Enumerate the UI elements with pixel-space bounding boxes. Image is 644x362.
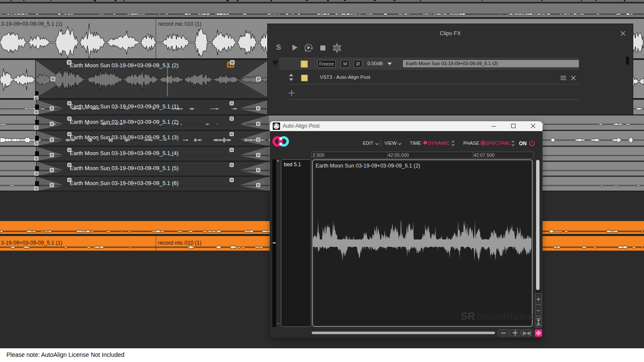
svg-text:Earth Moon Sun 03-19-09+03-09-: Earth Moon Sun 03-19-09+03-09-09_5.1 (3) — [70, 134, 179, 141]
svg-text:Earth Moon Sun 03-19-09+03-09-: Earth Moon Sun 03-19-09+03-09-09_5.1 (1) — [70, 103, 179, 110]
svg-text:Earth Moon Sun 03-19-09+03-09-: Earth Moon Sun 03-19-09+03-09-09_5.1 (5) — [70, 165, 179, 171]
svg-text:Earth Moon Sun 03-19-09+03-09-: Earth Moon Sun 03-19-09+03-09-09_5.1 (6) — [70, 180, 179, 186]
svg-text:3-19-09+03-09-09_5.1 (1): 3-19-09+03-09-09_5.1 (1) — [1, 240, 63, 246]
svg-text:Earth Moon Sun 03-19-09+03-09-: Earth Moon Sun 03-19-09+03-09-09_5.1 (2) — [70, 62, 179, 69]
svg-text:Earth Moon Sun 03-19-09+03-09-: Earth Moon Sun 03-19-09+03-09-09_5.1 (4) — [70, 150, 179, 156]
svg-text:3-19-09+03-09-09_5.1 (1): 3-19-09+03-09-09_5.1 (1) — [1, 21, 63, 27]
svg-text:Earth Moon Sun 03-19-09+03-09-: Earth Moon Sun 03-19-09+03-09-09_5.1 (2) — [70, 119, 179, 125]
svg-text:record mic 010 (1): record mic 010 (1) — [158, 21, 201, 27]
svg-text:record mic 010 (1): record mic 010 (1) — [158, 240, 201, 246]
